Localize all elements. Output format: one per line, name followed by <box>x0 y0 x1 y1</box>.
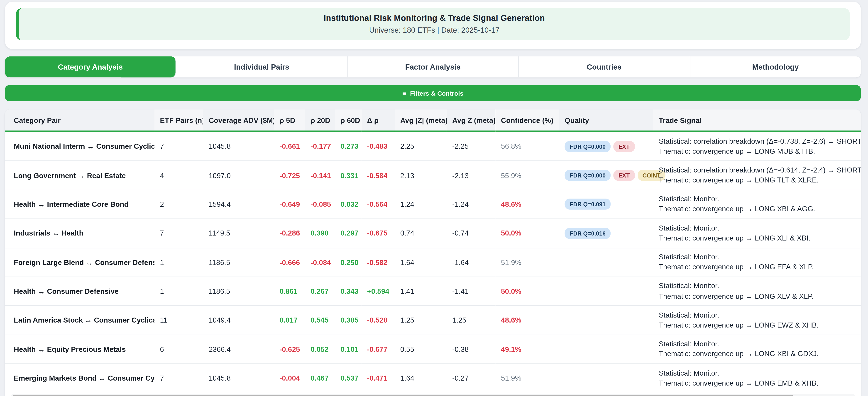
cell-confidence: 49.1% <box>495 335 559 364</box>
cell-rho-5d: 0.861 <box>274 277 305 306</box>
signal-statistical: Statistical: correlation breakdown (Δ=-0… <box>659 165 861 175</box>
filters-toggle[interactable]: ≡ Filters & Controls <box>5 85 861 101</box>
pairs-table: Category PairETF Pairs (n)Coverage ADV (… <box>5 109 861 392</box>
cell-delta-rho: -0.677 <box>362 335 395 364</box>
cell-rho-60d: 0.101 <box>335 335 362 364</box>
cell-quality <box>559 364 653 392</box>
scrollbar-thumb[interactable] <box>12 395 794 396</box>
table-row: Industrials ↔ Health71149.5-0.2860.3900.… <box>5 219 861 248</box>
column-header-trade-signal: Trade Signal <box>653 109 861 131</box>
cell-delta-rho: -0.528 <box>362 306 395 335</box>
cell-trade-signal: Statistical: Monitor.Thematic: convergen… <box>653 306 861 335</box>
cell-confidence: 50.0% <box>495 219 559 248</box>
page-title: Institutional Risk Monitoring & Trade Si… <box>25 13 843 23</box>
cell-trade-signal: Statistical: Monitor.Thematic: convergen… <box>653 248 861 277</box>
filters-label: Filters & Controls <box>410 90 463 96</box>
cell-rho-20d: 0.267 <box>305 277 335 306</box>
signal-thematic: Thematic: convergence up → LONG XLV & XL… <box>659 291 861 301</box>
cell-confidence: 51.9% <box>495 364 559 392</box>
cell-avg-z: -2.13 <box>447 161 496 190</box>
signal-thematic: Thematic: convergence up → LONG MUB & IT… <box>659 146 861 156</box>
column-header-category-pair: Category Pair <box>5 109 154 131</box>
table-row: Latin America Stock ↔ Consumer Cyclical1… <box>5 306 861 335</box>
cell-avg-abs-z: 2.25 <box>395 131 446 161</box>
column-header-5d: ρ 5D <box>274 109 305 131</box>
table-row: Long Government ↔ Real Estate41097.0-0.7… <box>5 161 861 190</box>
column-header-avg-z-meta: Avg Z (meta) <box>447 109 496 131</box>
tab-individual-pairs[interactable]: Individual Pairs <box>176 57 347 77</box>
signal-thematic: Thematic: convergence up → LONG EWZ & XH… <box>659 320 861 330</box>
cell-etf-pairs: 1 <box>154 248 203 277</box>
cell-category-pair: Health ↔ Intermediate Core Bond <box>5 190 154 219</box>
cell-confidence: 50.0% <box>495 277 559 306</box>
quality-badge-fdr: FDR Q=0.000 <box>565 141 611 152</box>
cell-rho-5d: -0.625 <box>274 335 305 364</box>
cell-rho-60d: 0.537 <box>335 364 362 392</box>
cell-coverage-adv: 1594.4 <box>203 190 274 219</box>
column-header-confidence: Confidence (%) <box>495 109 559 131</box>
cell-etf-pairs: 7 <box>154 364 203 392</box>
page-subtitle: Universe: 180 ETFs | Date: 2025-10-17 <box>25 26 843 34</box>
cell-avg-z: -0.74 <box>447 219 496 248</box>
cell-avg-z: -1.41 <box>447 277 496 306</box>
app-root: Institutional Risk Monitoring & Trade Si… <box>0 2 868 396</box>
cell-avg-abs-z: 1.24 <box>395 190 446 219</box>
menu-icon: ≡ <box>402 90 406 96</box>
signal-thematic: Thematic: convergence up → LONG XBI & GD… <box>659 349 861 359</box>
signal-statistical: Statistical: Monitor. <box>659 368 861 378</box>
cell-confidence: 55.9% <box>495 161 559 190</box>
cell-category-pair: Industrials ↔ Health <box>5 219 154 248</box>
cell-quality <box>559 306 653 335</box>
cell-quality: FDR Q=0.091 <box>559 190 653 219</box>
cell-quality: FDR Q=0.000EXTCOINT <box>559 161 653 190</box>
cell-coverage-adv: 1045.8 <box>203 131 274 161</box>
table-body: Muni National Interm ↔ Consumer Cyclical… <box>5 131 861 392</box>
cell-quality: FDR Q=0.000EXT <box>559 131 653 161</box>
cell-coverage-adv: 1097.0 <box>203 161 274 190</box>
cell-trade-signal: Statistical: Monitor.Thematic: convergen… <box>653 277 861 306</box>
tab-methodology[interactable]: Methodology <box>690 57 861 77</box>
cell-etf-pairs: 6 <box>154 335 203 364</box>
signal-statistical: Statistical: Monitor. <box>659 310 861 320</box>
cell-avg-z: -1.24 <box>447 190 496 219</box>
cell-category-pair: Long Government ↔ Real Estate <box>5 161 154 190</box>
cell-category-pair: Emerging Markets Bond ↔ Consumer Cyclica… <box>5 364 154 392</box>
tab-factor-analysis[interactable]: Factor Analysis <box>347 57 519 77</box>
column-header-avg-z-meta: Avg |Z| (meta) <box>395 109 446 131</box>
cell-delta-rho: -0.582 <box>362 248 395 277</box>
quality-badges: FDR Q=0.000EXTCOINT <box>565 170 648 181</box>
cell-avg-abs-z: 1.64 <box>395 248 446 277</box>
cell-etf-pairs: 4 <box>154 161 203 190</box>
cell-trade-signal: Statistical: correlation breakdown (Δ=-0… <box>653 161 861 190</box>
column-header-etf-pairs-n: ETF Pairs (n) <box>154 109 203 131</box>
tab-bar: Category AnalysisIndividual PairsFactor … <box>5 57 861 77</box>
quality-badge-fdr: FDR Q=0.016 <box>565 228 611 239</box>
table-row: Muni National Interm ↔ Consumer Cyclical… <box>5 131 861 161</box>
tab-category-analysis[interactable]: Category Analysis <box>5 57 176 77</box>
quality-badges: FDR Q=0.000EXT <box>565 141 648 152</box>
cell-coverage-adv: 1049.4 <box>203 306 274 335</box>
cell-avg-z: -0.27 <box>447 364 496 392</box>
signal-thematic: Thematic: convergence up → LONG TLT & XL… <box>659 175 861 186</box>
horizontal-scrollbar[interactable] <box>10 394 855 396</box>
cell-delta-rho: -0.564 <box>362 190 395 219</box>
cell-quality: FDR Q=0.016 <box>559 219 653 248</box>
cell-etf-pairs: 2 <box>154 190 203 219</box>
cell-rho-5d: -0.649 <box>274 190 305 219</box>
cell-rho-5d: -0.004 <box>274 364 305 392</box>
cell-confidence: 48.6% <box>495 190 559 219</box>
cell-rho-20d: 0.545 <box>305 306 335 335</box>
quality-badge-ext: EXT <box>613 170 634 181</box>
cell-rho-20d: 0.390 <box>305 219 335 248</box>
cell-coverage-adv: 1045.8 <box>203 364 274 392</box>
cell-rho-60d: 0.273 <box>335 131 362 161</box>
cell-category-pair: Health ↔ Equity Precious Metals <box>5 335 154 364</box>
quality-badge-fdr: FDR Q=0.000 <box>565 170 611 181</box>
cell-trade-signal: Statistical: Monitor.Thematic: convergen… <box>653 335 861 364</box>
quality-badge-fdr: FDR Q=0.091 <box>565 199 611 210</box>
tab-countries[interactable]: Countries <box>519 57 690 77</box>
table-row: Health ↔ Consumer Defensive11186.50.8610… <box>5 277 861 306</box>
cell-delta-rho: -0.584 <box>362 161 395 190</box>
table-row: Health ↔ Intermediate Core Bond21594.4-0… <box>5 190 861 219</box>
cell-category-pair: Health ↔ Consumer Defensive <box>5 277 154 306</box>
